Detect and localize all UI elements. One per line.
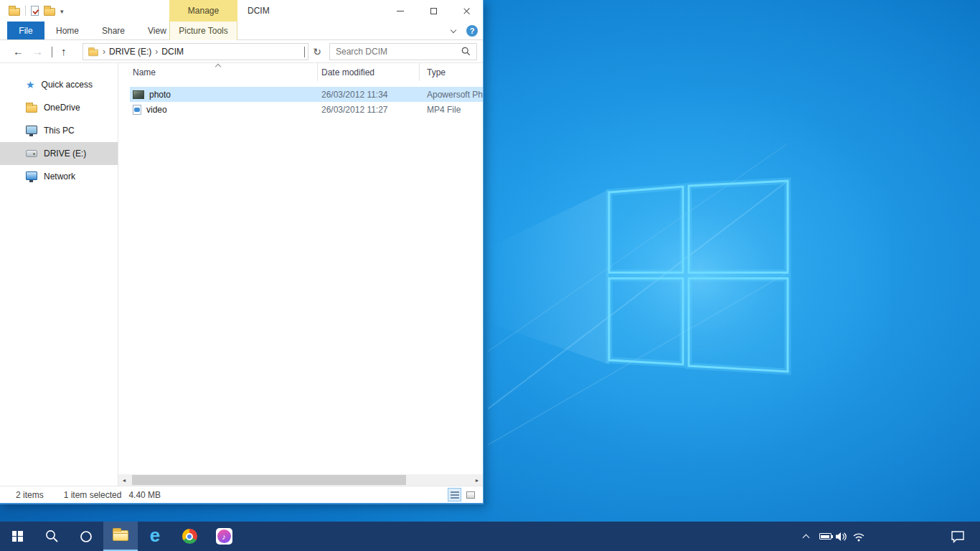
address-dropdown-button[interactable] — [304, 47, 305, 57]
tray-show-hidden-icons-button[interactable] — [798, 522, 814, 551]
scroll-right-arrow[interactable]: ► — [471, 474, 483, 486]
start-button[interactable] — [0, 522, 34, 551]
taskbar-search-button[interactable] — [34, 522, 69, 551]
search-input[interactable] — [336, 47, 461, 57]
forward-button[interactable]: → — [32, 46, 43, 57]
battery-icon — [819, 533, 831, 540]
tab-picture-tools[interactable]: Picture Tools — [169, 22, 237, 40]
minimize-icon — [397, 11, 404, 11]
cortana-button[interactable] — [69, 522, 103, 551]
search-icon — [45, 529, 59, 543]
file-name-cell: video — [130, 105, 318, 115]
scrollbar-thumb[interactable] — [132, 475, 406, 485]
maximize-icon — [430, 8, 437, 14]
close-button[interactable] — [450, 0, 483, 22]
video-file-icon — [133, 105, 141, 115]
back-button[interactable]: ← — [13, 46, 24, 57]
action-center-button[interactable] — [946, 522, 970, 551]
speaker-icon — [835, 532, 847, 542]
breadcrumb-drive[interactable]: DRIVE (E:) — [109, 47, 151, 57]
column-header-date-modified[interactable]: Date modified — [318, 63, 420, 81]
maximize-button[interactable] — [417, 0, 450, 22]
scrollbar-track[interactable] — [130, 474, 471, 486]
ribbon-expand-button[interactable] — [446, 22, 461, 40]
details-view-button[interactable] — [448, 488, 461, 501]
properties-icon[interactable] — [31, 6, 39, 16]
refresh-button[interactable]: ↻ — [308, 43, 326, 60]
search-icon[interactable] — [461, 47, 471, 56]
history-nav-buttons: ← → ↑ — [0, 46, 83, 57]
wifi-icon — [852, 531, 865, 542]
file-type: Apowersoft Pho — [420, 90, 483, 100]
breadcrumb-dcim[interactable]: DCIM — [161, 47, 184, 57]
taskbar-file-explorer-button[interactable] — [103, 522, 138, 551]
window-title: DCIM — [248, 0, 270, 22]
chrome-icon — [182, 529, 197, 544]
address-bar[interactable]: › DRIVE (E:) › DCIM — [83, 43, 308, 60]
network-icon — [26, 171, 37, 180]
sidebar-item-label: DRIVE (E:) — [44, 149, 86, 159]
file-list-area: Name Date modified Type photo 26/03/2012… — [118, 63, 483, 486]
sidebar-item-drive-e[interactable]: DRIVE (E:) — [0, 142, 118, 165]
qat-customize-chevron-icon[interactable]: ▾ — [60, 8, 64, 15]
tray-volume-button[interactable] — [832, 522, 849, 551]
scroll-left-arrow[interactable]: ◄ — [118, 474, 130, 486]
file-row-photo[interactable]: photo 26/03/2012 11:34 Apowersoft Pho — [130, 87, 483, 102]
horizontal-scrollbar[interactable]: ◄ ► — [118, 474, 483, 486]
file-date: 26/03/2012 11:34 — [318, 90, 420, 100]
taskbar-itunes-button[interactable]: ♪ — [207, 522, 241, 551]
qat-divider — [25, 6, 26, 16]
recent-locations-chevron[interactable] — [52, 47, 52, 57]
details-view-icon — [451, 491, 459, 499]
sidebar-item-label: This PC — [44, 126, 75, 136]
taskbar: e ♪ — [0, 522, 980, 551]
search-box[interactable] — [329, 43, 477, 60]
windows-wallpaper-logo — [488, 100, 890, 459]
status-selection-size: 4.40 MB — [128, 490, 161, 500]
file-explorer-icon — [113, 530, 128, 541]
file-name: video — [146, 105, 167, 115]
file-row-video[interactable]: video 26/03/2012 11:27 MP4 File — [130, 102, 483, 117]
column-header-type[interactable]: Type — [420, 63, 483, 81]
cortana-icon — [80, 530, 93, 543]
sidebar-item-this-pc[interactable]: This PC — [0, 119, 118, 142]
titlebar[interactable]: ▾ Manage DCIM — [0, 0, 483, 22]
thumbnails-view-icon — [466, 491, 475, 499]
taskbar-chrome-button[interactable] — [172, 522, 207, 551]
address-bar-row: ← → ↑ › DRIVE (E:) › DCIM ↻ — [0, 40, 483, 63]
chevron-down-icon — [451, 27, 456, 32]
minimize-button[interactable] — [384, 0, 417, 22]
sidebar-item-label: Quick access — [42, 80, 93, 90]
tab-home[interactable]: Home — [44, 22, 90, 39]
status-item-count: 2 items — [16, 490, 44, 500]
column-headers: Name Date modified Type — [118, 63, 483, 81]
manage-contextual-tab[interactable]: Manage — [169, 0, 237, 22]
ribbon-tabs: File Home Share View Picture Tools ? — [0, 22, 483, 40]
status-selection-count: 1 item selected — [64, 490, 122, 500]
chevron-down-icon — [52, 47, 52, 57]
taskbar-internet-explorer-button[interactable]: e — [138, 522, 172, 551]
sidebar-item-label: OneDrive — [44, 103, 80, 113]
music-note-icon: ♪ — [217, 529, 231, 543]
new-folder-icon[interactable] — [44, 8, 55, 16]
sidebar-item-label: Network — [44, 171, 75, 182]
action-center-icon — [951, 530, 965, 543]
sidebar-item-onedrive[interactable]: OneDrive — [0, 96, 118, 119]
drive-icon — [26, 150, 37, 157]
tab-share[interactable]: Share — [90, 22, 136, 39]
sidebar-item-network[interactable]: Network — [0, 165, 118, 188]
explorer-window-icon[interactable] — [9, 8, 20, 16]
chevron-down-icon — [304, 47, 305, 57]
up-button[interactable]: ↑ — [61, 46, 67, 57]
file-name-cell: photo — [130, 90, 318, 100]
quick-access-toolbar: ▾ — [0, 6, 64, 16]
status-bar: 2 items 1 item selected 4.40 MB — [0, 486, 483, 503]
tab-file[interactable]: File — [7, 22, 44, 39]
file-rows: photo 26/03/2012 11:34 Apowersoft Pho vi… — [118, 81, 483, 474]
help-button[interactable]: ? — [466, 25, 478, 37]
tray-network-button[interactable] — [849, 522, 868, 551]
close-icon — [463, 7, 471, 15]
sidebar-item-quick-access[interactable]: ★ Quick access — [0, 73, 118, 96]
thumbnails-view-button[interactable] — [463, 488, 477, 501]
breadcrumb-separator: › — [103, 47, 105, 57]
